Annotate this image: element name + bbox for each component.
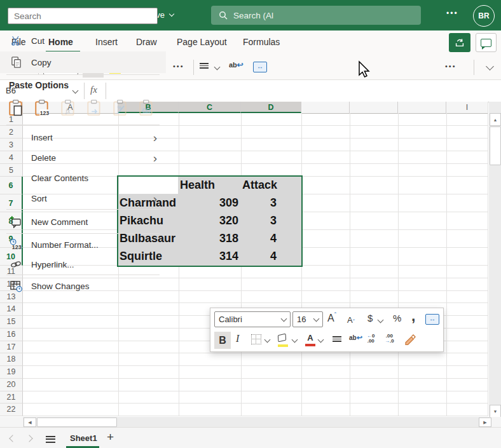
avatar[interactable]: BR <box>473 5 495 27</box>
column-header-C[interactable]: C <box>179 102 241 113</box>
paste-link-icon[interactable] <box>135 97 157 118</box>
font-name-select[interactable]: Calibri <box>214 311 291 327</box>
prev-sheet-button[interactable] <box>9 435 16 442</box>
menu-item-insert[interactable]: Insert› <box>0 128 166 147</box>
paste-formulas-icon[interactable]: fx <box>57 97 79 118</box>
topbar-more-button[interactable]: ••• <box>446 9 458 18</box>
menu-item-copy[interactable]: Copy <box>0 51 166 73</box>
tab-formulas[interactable]: Formulas <box>243 37 280 47</box>
align-button[interactable] <box>200 62 209 70</box>
submenu-chevron-icon: › <box>153 132 157 144</box>
merge-cells-icon[interactable]: ↔ <box>425 314 439 325</box>
column-header-D[interactable]: D <box>241 102 301 113</box>
row-header-15[interactable]: 15 <box>0 316 23 329</box>
menu-item-number-format[interactable]: 123 Number Format... <box>0 235 166 254</box>
gridline <box>23 391 488 391</box>
mini-align-button[interactable] <box>333 335 341 343</box>
mini-wrap-text-button[interactable]: ab↩ <box>349 334 362 342</box>
vertical-scrollbar[interactable]: ▲ ▼ <box>489 102 501 417</box>
column-header-hidden[interactable] <box>301 102 350 114</box>
borders-chevron-icon[interactable] <box>264 337 271 343</box>
scroll-up-button[interactable]: ▲ <box>490 113 501 126</box>
borders-button[interactable] <box>251 334 261 344</box>
paste-values-icon[interactable]: 123 <box>31 97 53 118</box>
currency-chevron-icon[interactable] <box>378 317 384 323</box>
mini-fill-color-button[interactable] <box>278 332 288 347</box>
column-header-hidden[interactable] <box>398 102 446 114</box>
mini-font-size-select[interactable]: 16 <box>292 311 323 327</box>
row-header-18[interactable]: 18 <box>0 353 23 366</box>
gridline <box>23 125 488 126</box>
excel-online-window: Excel B... - Saved to OneDrive Search (A… <box>0 0 501 448</box>
vertical-scroll-thumb[interactable] <box>490 126 501 165</box>
mini-fill-chevron-icon[interactable] <box>292 337 298 343</box>
paste-formatting-icon[interactable]: % <box>109 97 131 118</box>
scroll-right-button[interactable]: ▶ <box>479 417 491 427</box>
menu-item-new-comment[interactable]: New Comment <box>0 212 166 232</box>
horizontal-scrollbar[interactable]: ◀ ▶ <box>23 417 491 427</box>
menu-item-sort[interactable]: Sort› <box>0 189 166 208</box>
scroll-left-button[interactable]: ◀ <box>24 417 36 427</box>
mini-font-color-chevron-icon[interactable] <box>318 337 324 343</box>
context-menu-search-input[interactable] <box>8 8 158 24</box>
name-box-chevron-icon[interactable] <box>72 88 79 94</box>
next-sheet-button[interactable] <box>25 435 32 442</box>
gridline <box>23 416 488 416</box>
mini-font-color-button[interactable]: A <box>305 332 315 346</box>
sheet-tab[interactable]: Sheet1 <box>64 428 104 448</box>
font-color-swatch <box>305 344 315 346</box>
merge-cells-icon[interactable]: ↔ <box>253 62 267 72</box>
search-icon <box>219 11 228 20</box>
divider <box>474 60 474 75</box>
all-sheets-button[interactable] <box>46 434 55 444</box>
menu-item-show-changes[interactable]: Show Changes <box>0 276 166 295</box>
shrink-font-button[interactable]: Aˇ <box>347 314 355 326</box>
horizontal-scroll-thumb[interactable] <box>37 417 117 427</box>
tab-page-layout[interactable]: Page Layout <box>177 37 227 47</box>
toolbar-more-button[interactable]: ••• <box>173 62 184 70</box>
row-header-17[interactable]: 17 <box>0 341 23 354</box>
menu-item-cut[interactable]: Cut <box>0 31 166 50</box>
comments-button[interactable] <box>476 33 497 52</box>
share-button[interactable] <box>449 33 470 52</box>
svg-text:123: 123 <box>40 109 50 116</box>
row-header-19[interactable]: 19 <box>0 366 23 379</box>
paste-icon[interactable] <box>5 97 27 118</box>
decrease-decimal-button[interactable]: ←0.00 <box>367 334 374 344</box>
toolbar-overflow-button[interactable]: ••• <box>445 62 456 70</box>
grow-font-button[interactable]: Aˆ <box>327 313 336 324</box>
row-header-21[interactable]: 21 <box>0 391 23 404</box>
row-header-16[interactable]: 16 <box>0 329 23 341</box>
format-painter-button[interactable] <box>404 332 416 348</box>
row-header-22[interactable]: 22 <box>0 404 23 416</box>
horizontal-scrollbar-row: ◀ ▶ <box>0 417 501 427</box>
italic-button[interactable]: I <box>236 333 239 344</box>
menu-item-hyperlink[interactable]: Hyperlink... <box>0 255 166 274</box>
percent-format-button[interactable]: % <box>393 313 401 323</box>
mini-bold-button[interactable]: B <box>214 332 231 349</box>
collapse-ribbon-chevron-icon[interactable] <box>486 62 494 71</box>
new-comment-icon <box>9 215 23 228</box>
add-sheet-button[interactable]: + <box>107 430 114 444</box>
scroll-down-button[interactable]: ▼ <box>490 405 501 417</box>
copy-icon <box>9 56 23 69</box>
wrap-text-button[interactable]: ab↩ <box>229 60 244 69</box>
gridline <box>23 302 488 303</box>
gridline <box>23 365 488 366</box>
column-header-I[interactable]: I <box>446 102 488 114</box>
fill-color-swatch <box>278 344 288 347</box>
paste-transpose-icon[interactable] <box>83 97 105 118</box>
row-header-14[interactable]: 14 <box>0 303 23 316</box>
fx-icon[interactable]: fx <box>90 85 97 95</box>
increase-decimal-button[interactable]: .00→.0 <box>385 334 394 344</box>
menu-item-clear-contents[interactable]: Clear Contents <box>0 168 166 187</box>
column-header-hidden[interactable] <box>350 102 398 114</box>
align-chevron-icon[interactable] <box>214 64 221 71</box>
submenu-chevron-icon: › <box>153 152 157 164</box>
currency-format-button[interactable]: $ <box>367 313 373 323</box>
divider <box>193 60 194 75</box>
menu-item-delete[interactable]: Delete› <box>0 148 166 167</box>
search-box[interactable]: Search (Al <box>211 6 421 25</box>
row-header-20[interactable]: 20 <box>0 379 23 391</box>
comma-format-button[interactable]: , <box>411 308 415 325</box>
